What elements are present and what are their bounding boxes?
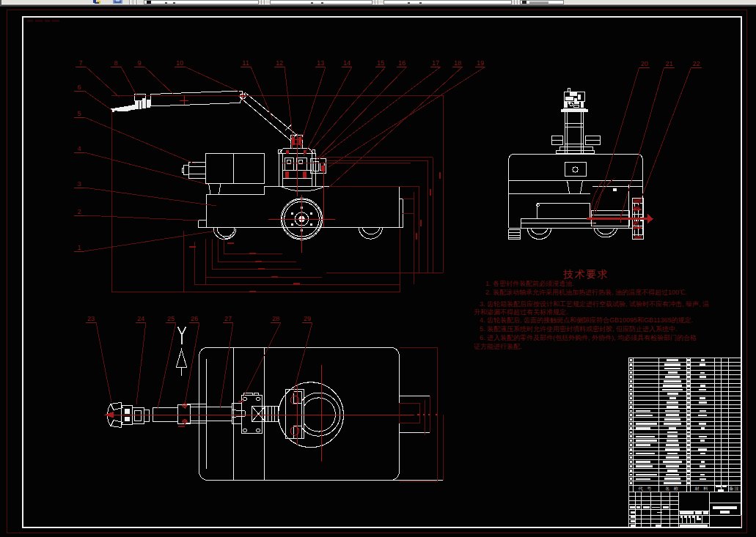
svg-text:26: 26 bbox=[191, 315, 198, 322]
svg-text:24: 24 bbox=[137, 315, 144, 322]
svg-text:13: 13 bbox=[317, 59, 324, 67]
svg-text:28: 28 bbox=[272, 315, 279, 322]
svg-text:19: 19 bbox=[477, 59, 484, 67]
svg-text:11: 11 bbox=[242, 59, 249, 67]
svg-text:名 称: 名 称 bbox=[665, 486, 680, 492]
svg-text:27: 27 bbox=[224, 315, 232, 322]
svg-text:6: 6 bbox=[77, 84, 81, 91]
svg-text:3: 3 bbox=[77, 180, 81, 188]
svg-text:20: 20 bbox=[641, 60, 648, 67]
svg-text:17: 17 bbox=[432, 59, 439, 67]
svg-text:升和渗漏不得超过有关标准规定.: 升和渗漏不得超过有关标准规定. bbox=[474, 308, 568, 316]
svg-text:21: 21 bbox=[665, 60, 672, 67]
svg-text:23: 23 bbox=[87, 315, 95, 322]
svg-text:15: 15 bbox=[377, 59, 384, 67]
svg-text:7: 7 bbox=[78, 59, 82, 67]
svg-text:22: 22 bbox=[692, 60, 700, 67]
svg-text:5: 5 bbox=[77, 110, 81, 117]
svg-text:25: 25 bbox=[167, 315, 175, 322]
svg-text:9: 9 bbox=[137, 59, 141, 67]
svg-text:3. 齿轮箱装配后应按设计和工艺规定进行空载试验, 试验时不: 3. 齿轮箱装配后应按设计和工艺规定进行空载试验, 试验时不应有冲击, 噪声, … bbox=[480, 300, 709, 308]
svg-text:4: 4 bbox=[77, 145, 81, 152]
svg-text:10: 10 bbox=[176, 59, 183, 67]
svg-text:18: 18 bbox=[454, 59, 461, 67]
svg-text:29: 29 bbox=[304, 315, 311, 322]
svg-text:8: 8 bbox=[114, 59, 117, 67]
svg-text:1: 1 bbox=[77, 244, 81, 251]
svg-text:5. 装配液压系统时允许使用密封填料或密封胶, 但应防止进入: 5. 装配液压系统时允许使用密封填料或密封胶, 但应防止进入系统中. bbox=[480, 325, 678, 333]
svg-text:代 号: 代 号 bbox=[637, 486, 653, 492]
svg-text:16: 16 bbox=[398, 59, 405, 67]
svg-text:证方能进行装配.: 证方能进行装配. bbox=[474, 343, 522, 350]
svg-text:技术要求: 技术要求 bbox=[562, 268, 609, 280]
svg-text:备注: 备注 bbox=[729, 486, 739, 492]
svg-text:1. 各密封件装配前必须浸透油.: 1. 各密封件装配前必须浸透油. bbox=[485, 280, 574, 287]
svg-text:4. 齿轮装配后, 齿面的接触斑点和侧隙应符合GB10095: 4. 齿轮装配后, 齿面的接触斑点和侧隙应符合GB10095和GB11365的规… bbox=[480, 316, 693, 324]
svg-text:2. 装配滚动轴承允许采用机油加热进行热装, 油的温度不得超: 2. 装配滚动轴承允许采用机油加热进行热装, 油的温度不得超过100℃. bbox=[485, 289, 687, 296]
svg-text:14: 14 bbox=[343, 59, 351, 67]
svg-text:2: 2 bbox=[77, 208, 81, 215]
svg-text:6. 进入装配的零件及部件(包括外购件, 外协件), 均必须: 6. 进入装配的零件及部件(包括外购件, 外协件), 均必须具有检验部门的合格 bbox=[480, 334, 697, 341]
svg-text:12: 12 bbox=[276, 59, 283, 67]
svg-text:材 料: 材 料 bbox=[694, 486, 709, 492]
